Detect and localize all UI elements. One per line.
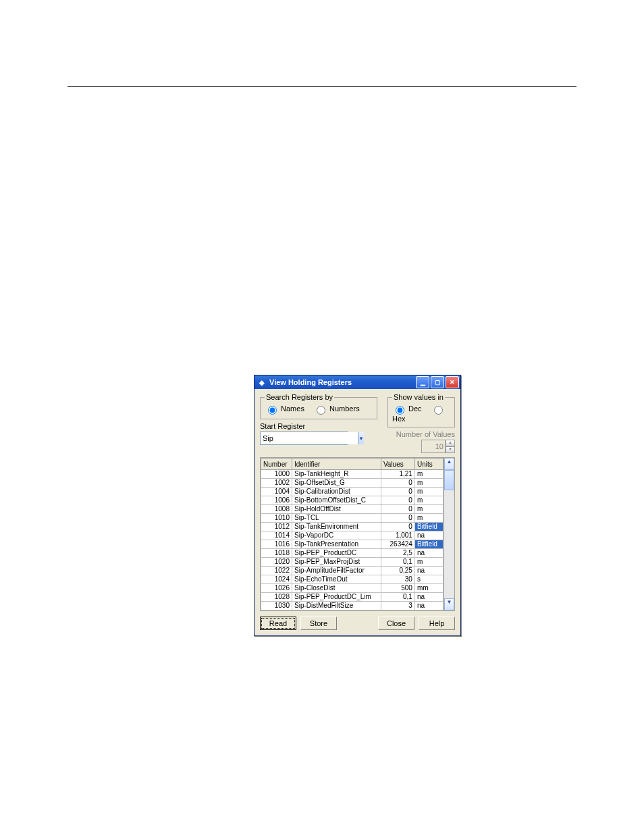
- cell-value[interactable]: 0: [381, 505, 414, 514]
- cell-identifier[interactable]: Sip-EchoTimeOut: [292, 575, 381, 584]
- col-units-header[interactable]: Units: [414, 459, 443, 470]
- cell-number[interactable]: 1000: [261, 470, 292, 479]
- cell-number[interactable]: 1028: [261, 593, 292, 602]
- cell-value[interactable]: 0,1: [381, 593, 414, 602]
- cell-unit[interactable]: Bitfield: [414, 540, 443, 549]
- table-row[interactable]: 1002Sip-OffsetDist_G0m: [261, 479, 444, 488]
- cell-unit[interactable]: m: [414, 505, 443, 514]
- cell-identifier[interactable]: Sip-TankPresentation: [292, 540, 381, 549]
- cell-number[interactable]: 1024: [261, 575, 292, 584]
- radio-numbers[interactable]: [317, 406, 325, 415]
- cell-unit[interactable]: m: [414, 496, 443, 505]
- cell-value[interactable]: 263424: [381, 540, 414, 549]
- radio-names[interactable]: [268, 406, 277, 415]
- table-row[interactable]: 1018Sip-PEP_ProductDC2,5na: [261, 549, 444, 558]
- cell-number[interactable]: 1006: [261, 496, 292, 505]
- cell-value[interactable]: 0: [381, 479, 414, 488]
- table-row[interactable]: 1008Sip-HoldOffDist0m: [261, 505, 444, 514]
- close-button[interactable]: ✕: [446, 376, 459, 388]
- cell-identifier[interactable]: Sip-TankEnvironment: [292, 523, 381, 531]
- cell-identifier[interactable]: Sip-DistMedFiltSize: [292, 602, 381, 610]
- radio-names-label[interactable]: Names: [265, 405, 306, 413]
- table-row[interactable]: 1014Sip-VaporDC1,001na: [261, 531, 444, 540]
- cell-identifier[interactable]: Sip-PEP_ProductDC: [292, 549, 381, 558]
- cell-value[interactable]: 0,1: [381, 558, 414, 567]
- chevron-down-icon[interactable]: ▼: [358, 432, 364, 444]
- start-register-combo[interactable]: ▼: [260, 432, 348, 445]
- table-row[interactable]: 1016Sip-TankPresentation263424Bitfield: [261, 540, 444, 549]
- read-button[interactable]: Read: [260, 617, 296, 630]
- cell-unit[interactable]: mm: [414, 584, 443, 593]
- cell-identifier[interactable]: Sip-PEP_ProductDC_Lim: [292, 593, 381, 602]
- cell-unit[interactable]: Bitfield: [414, 523, 443, 531]
- table-row[interactable]: 1004Sip-CalibrationDist0m: [261, 488, 444, 496]
- cell-number[interactable]: 1018: [261, 549, 292, 558]
- cell-identifier[interactable]: Sip-VaporDC: [292, 531, 381, 540]
- minimize-button[interactable]: ▁: [416, 376, 429, 388]
- cell-unit[interactable]: m: [414, 470, 443, 479]
- table-row[interactable]: 1026Sip-CloseDist500mm: [261, 584, 444, 593]
- cell-number[interactable]: 1014: [261, 531, 292, 540]
- scroll-track[interactable]: [444, 490, 454, 598]
- store-button[interactable]: Store: [300, 617, 337, 630]
- cell-identifier[interactable]: Sip-AmplitudeFiltFactor: [292, 567, 381, 575]
- cell-number[interactable]: 1022: [261, 567, 292, 575]
- help-button[interactable]: Help: [419, 617, 455, 630]
- cell-number[interactable]: 1016: [261, 540, 292, 549]
- cell-identifier[interactable]: Sip-TCL: [292, 514, 381, 523]
- start-register-input[interactable]: [261, 432, 358, 444]
- scroll-up-icon[interactable]: ▲: [444, 458, 454, 470]
- table-scrollbar[interactable]: ▲ ▼: [444, 458, 454, 610]
- cell-value[interactable]: 2,5: [381, 549, 414, 558]
- cell-value[interactable]: 0: [381, 514, 414, 523]
- cell-identifier[interactable]: Sip-OffsetDist_G: [292, 479, 381, 488]
- cell-number[interactable]: 1010: [261, 514, 292, 523]
- spinner-down-icon[interactable]: ▼: [446, 446, 455, 453]
- table-row[interactable]: 1022Sip-AmplitudeFiltFactor0,25na: [261, 567, 444, 575]
- cell-identifier[interactable]: Sip-PEP_MaxProjDist: [292, 558, 381, 567]
- col-number-header[interactable]: Number: [261, 459, 292, 470]
- table-row[interactable]: 1012Sip-TankEnvironment0Bitfield: [261, 523, 444, 531]
- titlebar[interactable]: ◆ View Holding Registers ▁ ▢ ✕: [254, 375, 460, 389]
- cell-value[interactable]: 1,001: [381, 531, 414, 540]
- cell-value[interactable]: 0: [381, 488, 414, 496]
- table-row[interactable]: 1024Sip-EchoTimeOut30s: [261, 575, 444, 584]
- cell-number[interactable]: 1030: [261, 602, 292, 610]
- cell-unit[interactable]: m: [414, 514, 443, 523]
- table-row[interactable]: 1030Sip-DistMedFiltSize3na: [261, 602, 444, 610]
- cell-unit[interactable]: na: [414, 549, 443, 558]
- table-row[interactable]: 1028Sip-PEP_ProductDC_Lim0,1na: [261, 593, 444, 602]
- table-row[interactable]: 1000Sip-TankHeight_R1,21m: [261, 470, 444, 479]
- cell-value[interactable]: 1,21: [381, 470, 414, 479]
- radio-numbers-label[interactable]: Numbers: [313, 405, 360, 413]
- table-row[interactable]: 1006Sip-BottomOffsetDist_C0m: [261, 496, 444, 505]
- cell-number[interactable]: 1008: [261, 505, 292, 514]
- scroll-thumb[interactable]: [444, 470, 454, 490]
- registers-table[interactable]: Number Identifier Values Units 1000Sip-T…: [261, 458, 444, 610]
- cell-identifier[interactable]: Sip-HoldOffDist: [292, 505, 381, 514]
- cell-value[interactable]: 3: [381, 602, 414, 610]
- close-dialog-button[interactable]: Close: [378, 617, 414, 630]
- cell-number[interactable]: 1012: [261, 523, 292, 531]
- maximize-button[interactable]: ▢: [431, 376, 444, 388]
- cell-number[interactable]: 1020: [261, 558, 292, 567]
- cell-identifier[interactable]: Sip-TankHeight_R: [292, 470, 381, 479]
- radio-dec-label[interactable]: Dec: [392, 405, 424, 413]
- table-row[interactable]: 1010Sip-TCL0m: [261, 514, 444, 523]
- cell-identifier[interactable]: Sip-CalibrationDist: [292, 488, 381, 496]
- cell-number[interactable]: 1002: [261, 479, 292, 488]
- cell-unit[interactable]: m: [414, 488, 443, 496]
- radio-dec[interactable]: [396, 406, 404, 415]
- spinner-up-icon[interactable]: ▲: [446, 440, 455, 446]
- cell-value[interactable]: 0: [381, 523, 414, 531]
- cell-unit[interactable]: m: [414, 558, 443, 567]
- col-identifier-header[interactable]: Identifier: [292, 459, 381, 470]
- cell-value[interactable]: 30: [381, 575, 414, 584]
- cell-unit[interactable]: m: [414, 479, 443, 488]
- scroll-down-icon[interactable]: ▼: [444, 598, 454, 610]
- cell-identifier[interactable]: Sip-CloseDist: [292, 584, 381, 593]
- radio-hex[interactable]: [434, 406, 443, 415]
- cell-unit[interactable]: na: [414, 531, 443, 540]
- table-row[interactable]: 1020Sip-PEP_MaxProjDist0,1m: [261, 558, 444, 567]
- cell-number[interactable]: 1026: [261, 584, 292, 593]
